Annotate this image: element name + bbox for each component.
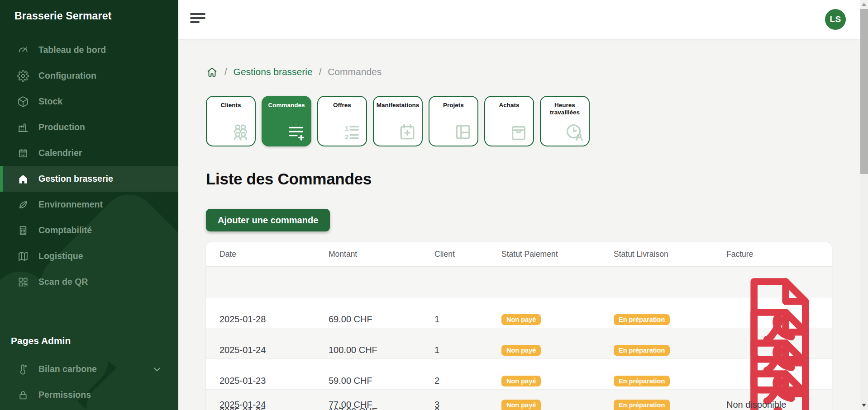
breadcrumb-current-page: Commandes <box>328 66 382 77</box>
sidebar: Brasserie Sermaret Tableau de bordConfig… <box>0 0 178 410</box>
cell-client: 2 <box>434 376 501 386</box>
sidebar-section-label: Pages Admin <box>11 335 71 346</box>
shopping-bag-icon <box>508 122 529 142</box>
sidebar-item-permissions[interactable]: Permissions <box>0 382 178 408</box>
sidebar-item-stock[interactable]: Stock <box>0 89 178 114</box>
chevron-down-icon[interactable] <box>151 363 163 375</box>
sidebar-item-bilan-carbone[interactable]: Bilan carbone <box>0 356 178 382</box>
order-list-icon <box>286 122 306 142</box>
tab-achats[interactable]: Achats <box>484 96 534 146</box>
tab-label: Clients <box>207 102 255 109</box>
table-body: 2025-01-2869.00 CHF1Non payéEn préparati… <box>206 267 832 410</box>
gear-icon <box>17 70 29 82</box>
tab-label: Achats <box>485 102 533 109</box>
tab-clients[interactable]: Clients <box>206 96 256 146</box>
gauge-icon <box>17 44 29 56</box>
calendar-plus-icon <box>397 122 418 142</box>
page-title: Liste des Commandes <box>206 169 868 189</box>
cell-montant: 77.00 CHF <box>329 400 434 410</box>
column-header-date: Date <box>219 250 329 259</box>
tab-label: Projets <box>429 102 477 109</box>
sidebar-item-configuration[interactable]: Configuration <box>0 63 178 89</box>
tab-label: Offres <box>318 102 366 109</box>
cell-montant: 69.00 CHF <box>329 314 434 325</box>
sidebar-item-logistique[interactable]: Logistique <box>0 243 178 269</box>
tab-projets[interactable]: Projets <box>429 96 478 146</box>
sidebar-item-label: Permissions <box>38 390 91 400</box>
sidebar-item-label: Scan de QR <box>38 277 88 287</box>
breadcrumb-separator: / <box>319 67 322 77</box>
payment-status-badge: Non payé <box>501 314 541 325</box>
calculator-icon <box>17 225 29 236</box>
sidebar-admin-nav: Bilan carbonePermissions <box>0 356 178 408</box>
tab-offres[interactable]: Offres12 <box>317 96 367 146</box>
breadcrumb-separator: / <box>224 67 227 77</box>
column-header-montant: Montant <box>329 250 434 259</box>
column-header-statut-livraison: Statut Livraison <box>614 250 726 259</box>
payment-status-badge: Non payé <box>501 400 541 410</box>
sidebar-item-label: Production <box>38 122 85 132</box>
home-outline-icon[interactable] <box>206 66 218 78</box>
table-header-row: DateMontantClientStatut PaiementStatut L… <box>206 242 832 267</box>
cell-date: 2025-01-28 <box>219 314 329 325</box>
sidebar-item-tableau-de-bord[interactable]: Tableau de bord <box>0 37 178 63</box>
sidebar-item-scan-de-qr[interactable]: Scan de QR <box>0 269 178 295</box>
calendar-icon: 12 <box>17 147 29 159</box>
clients-group-icon <box>230 122 251 142</box>
main-content: / Gestions brasserie / Commandes Clients… <box>178 39 868 410</box>
topbar: LS <box>178 0 868 39</box>
scroll-down-arrow-icon[interactable] <box>862 404 866 407</box>
leaf-icon <box>17 199 29 211</box>
scrollbar[interactable] <box>860 0 868 410</box>
tab-manifestations[interactable]: Manifestations <box>373 96 423 146</box>
facture-unavailable-text: Non disponible <box>726 400 786 410</box>
sidebar-item-label: Gestion brasserie <box>38 174 113 184</box>
hamburger-menu-icon[interactable] <box>190 13 205 23</box>
cell-date: 2025-01-24 <box>219 345 329 355</box>
scrollbar-thumb[interactable] <box>860 9 868 174</box>
package-icon <box>17 96 29 108</box>
delivery-status-badge: En préparation <box>614 376 670 386</box>
cell-facture: Non disponible <box>726 400 832 410</box>
payment-status-badge: Non payé <box>501 376 541 386</box>
sidebar-nav: Tableau de bordConfigurationStockProduct… <box>0 37 178 295</box>
breadcrumb-link-gestions-brasserie[interactable]: Gestions brasserie <box>234 66 313 77</box>
column-header-client: Client <box>434 250 501 259</box>
sidebar-item-label: Tableau de bord <box>38 45 106 55</box>
tab-heures-travaillees[interactable]: Heures travaillées <box>540 96 590 146</box>
column-header-statut-paiement: Statut Paiement <box>501 250 614 259</box>
sidebar-item-label: Environnement <box>38 199 103 210</box>
sidebar-item-calendrier[interactable]: 12Calendrier <box>0 140 178 166</box>
sidebar-item-comptabilite[interactable]: Comptabilité <box>0 217 178 243</box>
orders-table: DateMontantClientStatut PaiementStatut L… <box>206 242 832 410</box>
factory-icon <box>17 122 29 133</box>
tab-label: Commandes <box>262 102 310 109</box>
svg-text:1: 1 <box>345 124 349 132</box>
map-icon <box>17 250 29 262</box>
column-header-facture: Facture <box>726 250 832 259</box>
cell-client: 1 <box>434 345 501 355</box>
clock-person-icon <box>564 122 585 142</box>
lock-icon <box>17 389 29 401</box>
thermometer-icon <box>17 363 29 375</box>
sidebar-item-label: Bilan carbone <box>38 364 97 374</box>
scroll-up-arrow-icon[interactable] <box>862 3 866 6</box>
user-avatar[interactable]: LS <box>825 9 846 30</box>
tab-commandes[interactable]: Commandes <box>262 96 311 146</box>
add-order-button[interactable]: Ajouter une commande <box>206 209 330 231</box>
sidebar-item-label: Calendrier <box>38 148 82 158</box>
sidebar-item-gestion-brasserie[interactable]: Gestion brasserie <box>0 166 178 192</box>
qr-code-icon <box>17 276 29 288</box>
svg-text:12: 12 <box>21 152 24 156</box>
sidebar-item-label: Comptabilité <box>38 225 92 236</box>
delivery-status-badge: En préparation <box>614 345 670 356</box>
tab-label: Manifestations <box>374 102 422 109</box>
sidebar-item-label: Stock <box>38 96 62 107</box>
sidebar-item-production[interactable]: Production <box>0 114 178 140</box>
sidebar-item-environnement[interactable]: Environnement <box>0 192 178 217</box>
payment-status-badge: Non payé <box>501 345 541 356</box>
sidebar-item-label: Configuration <box>38 71 96 81</box>
cell-date: 2025-01-23 <box>219 376 329 386</box>
delivery-status-badge: En préparation <box>614 314 670 325</box>
table-row: 2025-01-2869.00 CHF1Non payéEn préparati… <box>206 267 832 297</box>
